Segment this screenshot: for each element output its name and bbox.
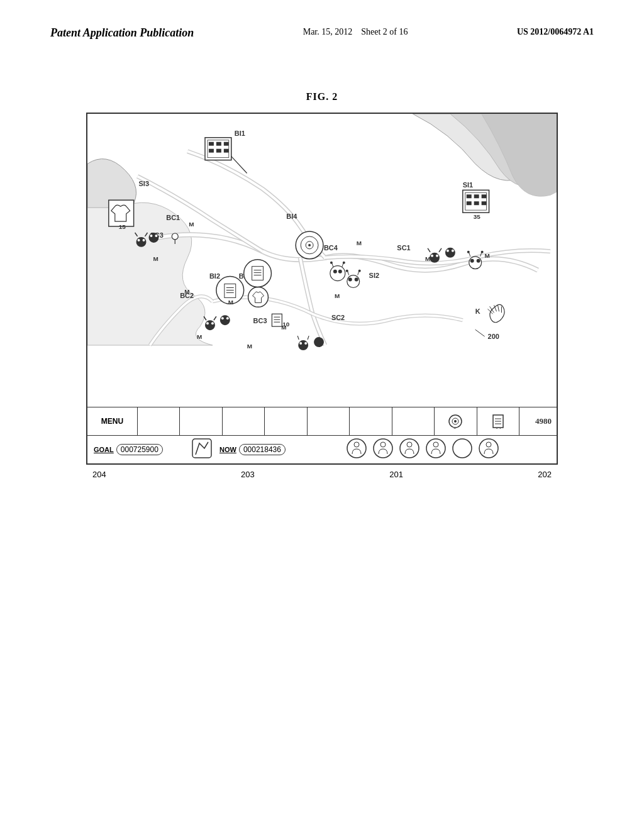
svg-text:14: 14: [496, 427, 501, 429]
char-1-svg: [346, 438, 367, 459]
svg-line-117: [439, 248, 441, 252]
svg-point-109: [304, 342, 307, 345]
svg-line-111: [308, 336, 309, 340]
svg-point-107: [298, 340, 308, 350]
char-2-svg: [372, 438, 394, 459]
toolbar-slot-4[interactable]: [265, 407, 307, 435]
svg-text:M: M: [335, 293, 340, 300]
char-icon-4[interactable]: [425, 438, 447, 462]
patent-header: Patent Application Publication Mar. 15, …: [0, 0, 644, 53]
svg-text:M: M: [197, 333, 202, 340]
svg-text:SI3: SI3: [139, 180, 149, 188]
toolbar-slot-5[interactable]: [308, 407, 350, 435]
goal-label: GOAL: [94, 446, 114, 453]
toolbar-bottom-row: GOAL 000725900 NOW 000218436: [87, 436, 557, 464]
svg-text:SC1: SC1: [397, 244, 410, 252]
now-label: NOW: [219, 446, 236, 453]
svg-point-44: [308, 244, 311, 246]
svg-text:BI4: BI4: [286, 213, 297, 220]
diagram-box: BI1 SI3 BC1 15 SC3 M M M M M M M M M BC2: [86, 113, 558, 465]
svg-point-108: [299, 342, 302, 345]
toolbar-slot-9[interactable]: 14: [477, 407, 519, 435]
svg-point-73: [481, 251, 484, 253]
svg-point-93: [206, 322, 209, 324]
svg-line-78: [497, 306, 499, 312]
char-icon-2[interactable]: [372, 438, 394, 462]
reference-numbers: 204 203 201 202: [86, 465, 558, 479]
svg-line-81: [475, 329, 485, 336]
svg-point-88: [150, 235, 152, 237]
svg-rect-26: [225, 284, 236, 298]
svg-text:M: M: [485, 252, 490, 259]
svg-point-98: [221, 317, 224, 319]
svg-rect-6: [209, 149, 214, 153]
svg-point-52: [346, 270, 348, 272]
svg-text:M: M: [425, 255, 430, 262]
toolbar-slot-3[interactable]: [223, 407, 265, 435]
svg-rect-62: [467, 201, 472, 205]
svg-rect-8: [224, 149, 229, 153]
svg-point-48: [347, 275, 360, 288]
toolbar-slot-1[interactable]: [138, 407, 180, 435]
svg-point-49: [348, 278, 352, 282]
svg-rect-12: [109, 200, 134, 226]
svg-point-99: [226, 317, 229, 319]
svg-rect-60: [474, 194, 479, 198]
svg-point-106: [343, 262, 345, 264]
map-icon-svg: [191, 437, 213, 460]
ref-202: 202: [538, 470, 552, 479]
svg-line-105: [342, 263, 343, 267]
svg-point-101: [333, 270, 337, 274]
svg-line-51: [348, 272, 349, 275]
target-icon: 9: [448, 414, 463, 429]
svg-text:15: 15: [119, 223, 126, 230]
svg-text:SI1: SI1: [463, 182, 473, 189]
svg-point-118: [445, 248, 455, 258]
now-value: 000218436: [239, 444, 286, 455]
now-section: NOW 000218436: [216, 444, 289, 455]
svg-point-113: [430, 253, 440, 263]
char-icon-1[interactable]: [346, 438, 367, 462]
svg-point-120: [452, 250, 454, 252]
svg-text:M: M: [153, 255, 158, 262]
svg-text:K: K: [475, 307, 480, 315]
svg-point-94: [211, 322, 214, 324]
toolbar-slot-2[interactable]: [180, 407, 222, 435]
svg-point-139: [380, 442, 386, 447]
toolbar-slot-6[interactable]: [350, 407, 392, 435]
svg-point-104: [330, 262, 333, 264]
svg-point-84: [143, 239, 145, 241]
char-icon-6[interactable]: [478, 438, 499, 462]
figure-title: FIG. 2: [306, 91, 338, 102]
svg-point-71: [467, 251, 470, 253]
svg-line-53: [358, 272, 359, 275]
toolbar-slot-7[interactable]: [392, 407, 435, 435]
svg-rect-135: [192, 439, 211, 458]
svg-rect-122: [252, 267, 264, 280]
svg-line-116: [428, 248, 430, 252]
svg-rect-64: [482, 201, 487, 205]
toolbar-top-row: MENU 9: [87, 407, 557, 436]
char-3-svg: [399, 438, 420, 459]
character-icons: [289, 438, 557, 462]
score-display: 4980: [519, 407, 557, 435]
char-icon-5[interactable]: [452, 438, 473, 462]
menu-button[interactable]: MENU: [87, 407, 138, 435]
map-icon[interactable]: [191, 437, 213, 462]
svg-rect-63: [474, 201, 479, 205]
publication-title: Patent Application Publication: [50, 25, 194, 41]
svg-point-114: [431, 255, 433, 257]
toolbar-slot-8[interactable]: 9: [435, 407, 477, 435]
char-icon-3[interactable]: [399, 438, 420, 462]
svg-point-92: [205, 320, 215, 330]
svg-text:M: M: [228, 299, 233, 306]
svg-rect-3: [209, 142, 214, 146]
svg-line-96: [214, 316, 216, 320]
svg-text:SI2: SI2: [369, 272, 379, 279]
svg-point-67: [469, 257, 482, 269]
svg-point-87: [148, 233, 158, 243]
ref-204: 204: [92, 470, 106, 479]
svg-point-82: [136, 237, 147, 247]
svg-point-97: [220, 315, 230, 325]
svg-rect-4: [216, 142, 221, 146]
